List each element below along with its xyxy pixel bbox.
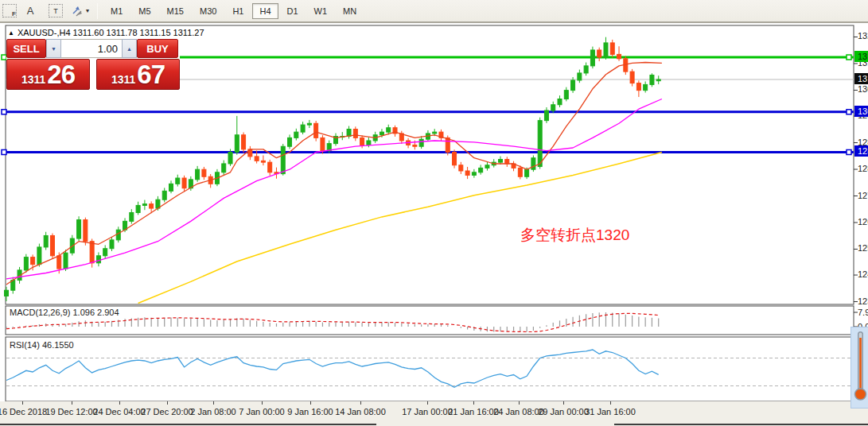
timeframe-button-d1[interactable]: D1 [280,3,306,19]
volume-increase-button[interactable]: ▲ [122,39,137,58]
spinner-up-icon: ▲ [127,46,132,52]
timeframe-button-group: M1M5M15M30H1H4D1W1MN [103,3,364,19]
time-tick-label: 9 Jan 16:00 [287,407,333,416]
arrow-text-tool-icon[interactable]: A [21,4,39,18]
candle-body [24,258,28,270]
volume-input[interactable] [61,39,122,58]
candle-body [96,256,100,263]
candle-body [433,132,437,134]
timeframe-button-m15[interactable]: M15 [160,3,191,19]
hline-handle[interactable] [847,149,851,154]
candle-body [321,137,325,150]
timeframe-button-h1[interactable]: H1 [225,3,251,19]
candle-body [235,135,239,153]
candle-body [110,240,114,249]
candle-body [169,184,173,191]
time-tick-mark [519,401,520,405]
candle-body [196,169,200,180]
text-label-tool-icon[interactable]: T [49,4,63,17]
candle-body [479,168,483,172]
candle-body [44,235,48,246]
rsi-pane-border[interactable] [6,337,854,401]
hline-handle[interactable] [847,55,851,60]
one-click-trading-panel: SELL ▼ ▲ BUY 1311 26 1311 67 [6,39,180,90]
time-tick-label: 16 Dec 2018 [0,407,47,416]
time-tick-mark [563,401,564,405]
candle-body [453,152,457,165]
candle-body [564,91,568,99]
collapse-triangle-icon[interactable]: ▲ [8,29,14,37]
candle-body [268,162,272,172]
candle-body [314,123,318,137]
candle-body [610,43,614,54]
candle-body [162,191,166,199]
time-tick-label: 29 Jan 00:00 [538,407,589,416]
timeframe-button-m1[interactable]: M1 [103,3,130,19]
time-tick-mark [22,401,23,405]
hline-handle[interactable] [2,149,6,154]
candle-body [294,132,298,137]
candle-body [50,235,54,255]
timeframe-button-mn[interactable]: MN [336,3,364,19]
candle-body [222,164,226,172]
candle-body [571,80,575,91]
scrollbar-track-right [614,424,868,425]
candle-body [64,253,68,269]
candle-body [538,121,542,167]
candle-body [136,205,140,212]
sell-price-display[interactable]: 1311 26 [6,59,90,90]
time-axis[interactable]: 16 Dec 201819 Dec 12:0024 Dec 04:0027 De… [0,401,868,426]
time-tick-mark [310,401,311,405]
candle-body [650,75,654,84]
candle-body [387,128,391,132]
candle-body [551,105,555,110]
hline-handle[interactable] [847,110,851,114]
chart-text-annotation[interactable]: 多空转折点1320 [520,225,629,246]
arrows-tool-icon[interactable]: ▾ [71,6,89,17]
candle-body [37,247,41,265]
candle-body [617,54,621,58]
candle-body [499,160,503,163]
timeframe-button-h4[interactable]: H4 [252,3,278,19]
candle-body [202,169,206,176]
candle-body [380,132,383,135]
candle-body [360,137,364,145]
frame-tool-icon[interactable]: F [2,4,17,17]
candle-body [182,178,186,188]
macd-pane-border[interactable] [6,306,854,335]
time-tick-mark [167,401,168,405]
spinner-down-icon: ▼ [51,46,56,52]
chevron-down-icon: ▾ [86,7,89,14]
chart-symbol-header: ▲XAUUSD-,H4 1311.60 1311.78 1311.15 1311… [8,28,204,37]
candle-body [419,139,423,146]
candle-body [518,168,522,176]
candle-body [307,123,311,125]
candle-body [255,157,259,161]
candle-body [597,50,601,57]
diagonal-arrows-icon [71,6,84,17]
candle-body [130,212,134,221]
thermometer-widget [850,327,868,409]
buy-price-display[interactable]: 1311 67 [96,59,180,90]
candle-body [590,50,594,66]
time-tick-mark [360,401,361,405]
volume-decrease-button[interactable]: ▼ [46,39,61,58]
sell-button[interactable]: SELL [6,39,46,58]
buy-button[interactable]: BUY [137,39,178,58]
time-tick-label: 21 Jan 16:00 [448,407,499,416]
timeframe-button-m5[interactable]: M5 [131,3,158,19]
sell-big-figure: 1311 [21,72,45,87]
candle-body [5,290,9,296]
arrow-text-label: A [27,5,34,17]
candle-body [459,165,463,171]
timeframe-button-m30[interactable]: M30 [193,3,224,19]
buy-pips: 67 [137,61,165,87]
candle-body [656,79,660,81]
time-tick-label: 31 Jan 16:00 [585,407,636,416]
mt4-terminal-window: { "toolbar": { "f_tool": "F", "a_tool": … [0,0,868,426]
timeframe-button-w1[interactable]: W1 [307,3,335,19]
candle-body [228,152,232,163]
candle-body [472,172,476,176]
hline-handle[interactable] [2,110,6,114]
candle-body [644,84,648,90]
